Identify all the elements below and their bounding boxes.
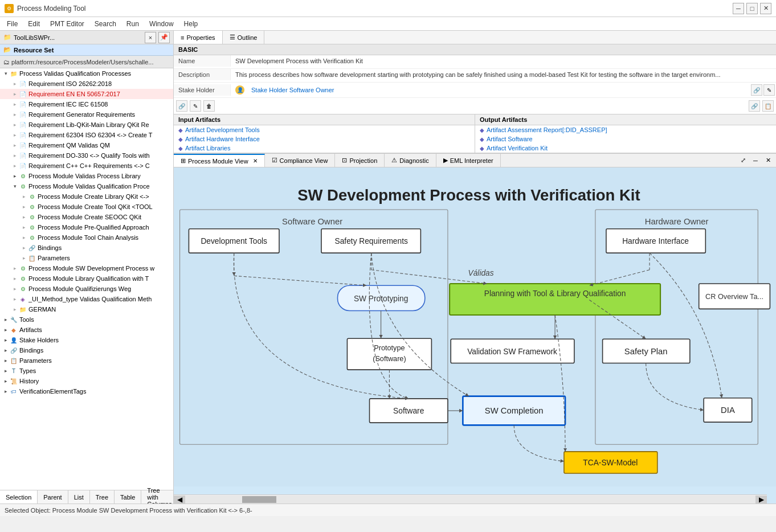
tab-properties[interactable]: ≡ Properties xyxy=(174,31,223,44)
tree-container[interactable]: ▾ 📁 Process Validas Qualification Proces… xyxy=(0,68,173,490)
tab-diagnostic[interactable]: ⚠ Diagnostic xyxy=(385,154,436,167)
artifact-dev-tools[interactable]: ◆ Artifact Development Tools xyxy=(174,125,475,134)
close-button[interactable]: ✕ xyxy=(760,3,771,14)
tree-item-pm-tool-chain[interactable]: ▸ ⚙ Process Module Tool Chain Analysis xyxy=(0,232,173,243)
h-scrollbar[interactable]: ◀ ▶ xyxy=(174,494,767,504)
tree-item-pm-pre-qual[interactable]: ▸ ⚙ Process Module Pre-Qualified Approac… xyxy=(0,222,173,232)
menu-run[interactable]: Run xyxy=(122,18,144,30)
tree-item-pm-create-seooc[interactable]: ▸ ⚙ Process Module Create SEOOC QKit xyxy=(0,212,173,222)
diagram-scroll[interactable]: SW Development Process with Verification… xyxy=(174,167,776,504)
close-tab-icon[interactable]: ✕ xyxy=(253,158,258,164)
view-btn-3[interactable]: ✕ xyxy=(762,155,774,166)
tree-item-tools[interactable]: ▸ 🔧 Tools xyxy=(0,314,173,325)
tree-item-pm-qual-proc[interactable]: ▾ ⚙ Process Module Validas Qualification… xyxy=(0,181,173,191)
tree-item-pm-qualif-weg[interactable]: ▸ ⚙ Process Module Qualifizierungs Weg xyxy=(0,284,173,294)
tree-item-german[interactable]: ▸ 📁 GERMAN xyxy=(0,304,173,314)
action-btn-4[interactable]: 🔗 xyxy=(749,100,760,112)
diagram-area[interactable]: SW Development Process with Verification… xyxy=(174,167,776,504)
artifact-ver-kit[interactable]: ◆ Artifact Verification Kit xyxy=(475,144,776,153)
h-scroll-thumb[interactable] xyxy=(242,496,276,503)
minimize-button[interactable]: ─ xyxy=(733,3,744,14)
menu-window[interactable]: Window xyxy=(145,18,178,30)
view-btn-2[interactable]: ─ xyxy=(750,155,761,166)
tree-item-bindings1[interactable]: ▸ 🔗 Bindings xyxy=(0,243,173,253)
tab-compliance-view[interactable]: ☑ Compliance View xyxy=(265,154,336,167)
tree-item-types[interactable]: ▸ T Types xyxy=(0,366,173,376)
tab-outline[interactable]: ☰ Outline xyxy=(223,31,265,44)
tree-item-pm-validas-library[interactable]: ▸ ⚙ Process Module Validas Process Libra… xyxy=(0,171,173,181)
tree-item-pm-sw-dev[interactable]: ▸ ⚙ Process Module SW Development Proces… xyxy=(0,263,173,273)
artifact-software[interactable]: ◆ Artifact Software xyxy=(475,134,776,144)
tab-projection[interactable]: ⊡ Projection xyxy=(335,154,385,167)
action-btn-2[interactable]: ✎ xyxy=(190,100,201,112)
view-btn-1[interactable]: ⤢ xyxy=(737,155,749,166)
menu-edit[interactable]: Edit xyxy=(23,18,44,30)
action-btn-1[interactable]: 🔗 xyxy=(176,100,187,112)
projection-icon: ⊡ xyxy=(342,157,347,164)
expand-arrow[interactable]: ▸ xyxy=(11,173,18,179)
tree-item-req-qm[interactable]: ▸ 📄 Requirement QM Validas QM xyxy=(0,140,173,150)
tree-item-stakeholders[interactable]: ▸ 👤 Stake Holders xyxy=(0,335,173,345)
tree-item-req-62304[interactable]: ▸ 📄 Requirement 62304 ISO 62304 <-> Crea… xyxy=(0,130,173,140)
stakeholder-link[interactable]: Stake Holder Software Owner xyxy=(247,84,745,96)
tree-label: VerificationElementTags xyxy=(19,388,86,395)
menu-pmt-editor[interactable]: PMT Editor xyxy=(46,18,89,30)
tree-item-req-generator[interactable]: ▸ 📄 Requirement Generator Requirements xyxy=(0,109,173,120)
tree-item-ver-element-tags[interactable]: ▸ 🏷 VerificationElementTags xyxy=(0,386,173,396)
tab-parent[interactable]: Parent xyxy=(38,490,68,504)
tab-eml-interpreter[interactable]: ▶ EML Interpreter xyxy=(436,154,501,167)
tree-item-req-en50657[interactable]: ▸ 📄 Requirement EN EN 50657:2017 xyxy=(0,89,173,99)
action-btn-3[interactable]: 🗑 xyxy=(203,100,215,112)
tree-item-parameters2[interactable]: ▸ 📋 Parameters xyxy=(0,355,173,366)
expand-arrow[interactable]: ▸ xyxy=(2,317,9,322)
tab-table[interactable]: Table xyxy=(115,490,141,504)
scroll-right-btn[interactable]: ▶ xyxy=(755,496,767,504)
expand-arrow[interactable]: ▸ xyxy=(2,378,9,384)
action-btn-5[interactable]: 📋 xyxy=(762,100,774,112)
tree-item-req-iso[interactable]: ▸ 📄 Requirement ISO 26262:2018 xyxy=(0,79,173,89)
tab-list[interactable]: List xyxy=(68,490,90,504)
tree-item-process-root[interactable]: ▾ 📁 Process Validas Qualification Proces… xyxy=(0,68,173,79)
expand-arrow[interactable]: ▾ xyxy=(11,183,18,189)
expand-arrow[interactable]: ▸ xyxy=(2,337,9,343)
tree-item-parameters1[interactable]: ▸ 📋 Parameters xyxy=(0,253,173,263)
panel-close-button[interactable]: × xyxy=(145,32,156,43)
menu-help[interactable]: Help xyxy=(179,18,203,30)
prop-edit-btn[interactable]: ✎ xyxy=(763,84,775,96)
tree-item-pm-create-lib-qkit[interactable]: ▸ ⚙ Process Module Create Library QKit <… xyxy=(0,191,173,202)
expand-arrow[interactable]: ▾ xyxy=(2,71,9,76)
scroll-left-btn[interactable]: ◀ xyxy=(174,496,185,504)
tree-item-bindings2[interactable]: ▸ 🔗 Bindings xyxy=(0,345,173,355)
tree-item-req-libqkit[interactable]: ▸ 📄 Requirement Lib-QKit-Main Library QK… xyxy=(0,120,173,130)
tree-item-artifacts[interactable]: ▸ ◆ Artifacts xyxy=(0,325,173,335)
expand-arrow[interactable]: ▸ xyxy=(2,388,9,394)
expand-arrow[interactable]: ▸ xyxy=(2,358,9,363)
tree-item-history[interactable]: ▸ 📜 History xyxy=(0,376,173,386)
menu-search[interactable]: Search xyxy=(90,18,121,30)
tree-item-pm-lib-qual[interactable]: ▸ ⚙ Process Module Library Qualification… xyxy=(0,273,173,284)
expand-arrow[interactable]: ▸ xyxy=(2,347,9,353)
artifact-icon: ◆ xyxy=(480,136,484,142)
tree-item-req-do330[interactable]: ▸ 📄 Requirement DO-330 <-> Qualify Tools… xyxy=(0,150,173,161)
tab-tree[interactable]: Tree xyxy=(90,490,115,504)
menu-file[interactable]: File xyxy=(2,18,22,30)
expand-arrow[interactable]: ▸ xyxy=(2,368,9,374)
artifact-assessment[interactable]: ◆ Artifact Assessment Report[:DID_ASSREP… xyxy=(475,125,776,134)
titlebar-controls[interactable]: ─ □ ✕ xyxy=(733,3,771,14)
panel-pin-button[interactable]: 📌 xyxy=(158,32,170,43)
artifact-hw-interface[interactable]: ◆ Artifact Hardware Interface xyxy=(174,134,475,144)
tree-item-ui-method[interactable]: ▸ ◈ _UI_Method_type Validas Qualificatio… xyxy=(0,294,173,304)
tab-tree-with-columns[interactable]: Tree with Columns xyxy=(141,490,174,504)
tab-process-module-view[interactable]: ⊞ Process Module View ✕ xyxy=(174,154,265,167)
expand-arrow[interactable]: ▸ xyxy=(2,327,9,333)
tab-selection[interactable]: Selection xyxy=(0,490,38,504)
tree-item-req-cpp[interactable]: ▸ 📄 Requirement C++ C++ Requirements <->… xyxy=(0,161,173,171)
artifact-label: Artifact Verification Kit xyxy=(487,145,548,152)
maximize-button[interactable]: □ xyxy=(746,3,758,14)
prop-link-btn[interactable]: 🔗 xyxy=(751,84,762,96)
artifact-libraries[interactable]: ◆ Artifact Libraries xyxy=(174,144,475,153)
prop-action-row: 🔗 ✎ 🗑 🔗 📋 xyxy=(174,98,776,114)
tree-item-req-iec61508[interactable]: ▸ 📄 Requirement IEC IEC 61508 xyxy=(0,99,173,109)
tree-item-pm-create-tool-qkit[interactable]: ▸ ⚙ Process Module Create Tool QKit <TOO… xyxy=(0,202,173,212)
h-scroll-track[interactable] xyxy=(185,496,755,504)
